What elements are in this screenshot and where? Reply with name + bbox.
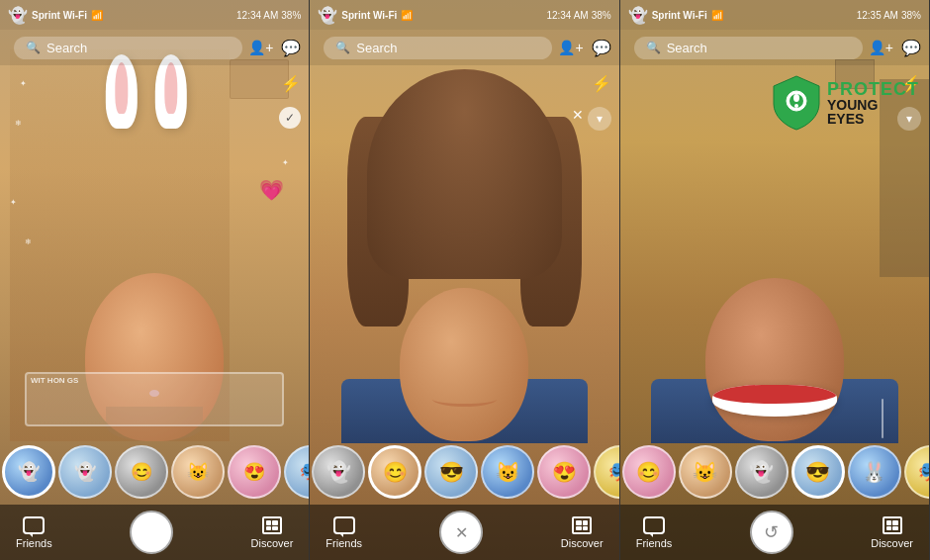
flash-icon-2[interactable]: ⚡ xyxy=(592,74,611,93)
filter-bubble-3-2[interactable]: 😺 xyxy=(679,445,732,499)
filter-bubble-2-3[interactable]: 😎 xyxy=(424,445,478,499)
bunny-ear-right xyxy=(155,54,187,129)
time-2: 12:34 AM xyxy=(546,10,588,21)
battery-3: 38% xyxy=(901,10,921,21)
filter-face-2-4: 😺 xyxy=(483,447,532,497)
filter-face-2-1: 👻 xyxy=(314,447,363,497)
filter-bubble-3-4[interactable]: 😎 xyxy=(791,445,845,499)
friends-label-2: Friends xyxy=(326,537,362,549)
gallery-nav-icon-1 xyxy=(260,515,284,535)
filter-face-1-6: 🎭 xyxy=(286,447,310,497)
heart-deco: 💗 xyxy=(259,178,284,202)
chat-svg-2 xyxy=(333,516,355,534)
search-icon-2: 🔍 xyxy=(335,41,350,54)
filter-bubble-3-6[interactable]: 🎭 xyxy=(904,445,930,499)
nav-discover-1[interactable]: Discover xyxy=(251,515,294,549)
wifi-3: 📶 xyxy=(711,10,723,21)
gallery-nav-icon-3 xyxy=(881,515,904,535)
flash-icon-1[interactable]: ⚡ xyxy=(281,74,301,93)
search-input-1[interactable]: 🔍 Search xyxy=(14,37,242,59)
filter-bubble-1-3[interactable]: 😊 xyxy=(115,445,168,499)
nav-camera-1[interactable] xyxy=(130,511,173,554)
gallery-nav-icon-2 xyxy=(570,515,594,535)
filter-bubble-1-4[interactable]: 😺 xyxy=(171,445,225,499)
filter-bubble-3-3[interactable]: 👻 xyxy=(735,445,789,499)
svg-point-3 xyxy=(794,104,798,108)
svg-point-2 xyxy=(793,94,799,102)
filter-bubble-3-5[interactable]: 🐰 xyxy=(848,445,901,499)
pye-protect-text: PROTECT xyxy=(827,80,919,98)
screen-3: PROTECT YOUNG EYES ▾ ⚡ 👻 Sprint Wi-Fi 📶 … xyxy=(620,0,930,560)
filter-face-3-3: 👻 xyxy=(737,447,787,497)
filter-bubble-2-1[interactable]: 👻 xyxy=(312,445,365,499)
status-bar-1: 👻 Sprint Wi-Fi 📶 12:34 AM 38% xyxy=(0,0,309,30)
particle-4: ✦ xyxy=(282,158,289,167)
filter-bubble-2-6[interactable]: 🎭 xyxy=(594,445,619,499)
filter-bubble-1-6[interactable]: 🎭 xyxy=(284,445,310,499)
chat-icon-3[interactable]: 💬 xyxy=(901,39,921,57)
nav-friends-3[interactable]: Friends xyxy=(636,515,673,549)
search-text-1: Search xyxy=(46,41,87,55)
person-area-2 xyxy=(326,59,604,441)
camera-btn-2[interactable]: ✕ xyxy=(439,511,483,554)
camera-btn-1[interactable] xyxy=(130,511,173,554)
sign-text: WIT HON GS xyxy=(31,376,78,385)
status-bar-2: 👻 Sprint Wi-Fi 📶 12:34 AM 38% xyxy=(310,0,618,30)
filter-face-2-3: 😎 xyxy=(426,447,476,497)
pye-young-text: YOUNG xyxy=(827,98,919,112)
filter-bubble-2-2[interactable]: 😊 xyxy=(368,445,421,499)
screen-2: ▾ ⚡ ✕ 👻 Sprint Wi-Fi 📶 12:34 AM 38% 🔍 Se… xyxy=(310,0,619,560)
search-bar-1: 🔍 Search 👤+ 💬 xyxy=(0,30,309,65)
ear-inner-right xyxy=(164,62,177,114)
ghost-avatar-2: 👻 xyxy=(318,6,337,25)
carrier-2: Sprint Wi-Fi xyxy=(341,10,397,21)
add-friend-icon-2[interactable]: 👤+ xyxy=(558,40,583,55)
time-1: 12:34 AM xyxy=(236,10,278,21)
discover-label-2: Discover xyxy=(561,537,604,549)
face-3 xyxy=(705,278,844,441)
x-icon-2[interactable]: ✕ xyxy=(572,107,584,123)
shield-svg xyxy=(772,74,821,132)
chat-icon-1[interactable]: 💬 xyxy=(281,39,301,57)
nav-discover-3[interactable]: Discover xyxy=(871,515,913,549)
hair-top-2 xyxy=(367,69,562,279)
filter-face-1-3: 😊 xyxy=(117,447,166,497)
search-input-3[interactable]: 🔍 Search xyxy=(634,37,863,59)
big-smile-3 xyxy=(712,385,837,417)
filter-face-1-4: 😺 xyxy=(173,447,223,497)
carrier-1: Sprint Wi-Fi xyxy=(32,10,87,21)
search-icon-3: 🔍 xyxy=(646,41,661,54)
filter-bubble-2-4[interactable]: 😺 xyxy=(481,445,534,499)
nav-friends-1[interactable]: Friends xyxy=(16,515,52,549)
filter-bubble-1-1[interactable]: 👻 xyxy=(2,445,55,499)
nav-camera-2[interactable]: ✕ xyxy=(439,511,483,554)
discover-label-3: Discover xyxy=(871,537,913,549)
filter-face-1-5: 😍 xyxy=(230,447,279,497)
gc-1 xyxy=(266,520,272,525)
camera-x-2: ✕ xyxy=(441,513,481,552)
nav-friends-2[interactable]: Friends xyxy=(326,515,362,549)
add-friend-icon-3[interactable]: 👤+ xyxy=(869,40,893,55)
camera-timer-3: ↺ xyxy=(752,513,791,552)
add-friend-icon-1[interactable]: 👤+ xyxy=(248,40,273,55)
filter-bubble-2-5[interactable]: 😍 xyxy=(537,445,591,499)
search-bar-2: 🔍 Search 👤+ 💬 xyxy=(310,30,618,65)
search-input-2[interactable]: 🔍 Search xyxy=(324,37,552,59)
filter-bubble-1-2[interactable]: 👻 xyxy=(58,445,112,499)
gc-4 xyxy=(272,526,278,531)
filter-face-3-6: 🎭 xyxy=(906,447,930,497)
bunny-ear-left xyxy=(106,54,138,129)
gallery-svg-1 xyxy=(262,516,282,534)
chat-icon-2[interactable]: 💬 xyxy=(592,39,611,57)
dropdown-btn-2[interactable]: ▾ xyxy=(588,107,611,131)
filter-bubble-3-1[interactable]: 😊 xyxy=(622,445,676,499)
friends-label-3: Friends xyxy=(636,537,673,549)
status-right-1: 12:34 AM 38% xyxy=(236,10,301,21)
filter-bubble-1-5[interactable]: 😍 xyxy=(228,445,281,499)
filter-face-3-4: 😎 xyxy=(794,448,842,496)
nav-camera-3[interactable]: ↺ xyxy=(750,511,793,554)
camera-btn-3[interactable]: ↺ xyxy=(750,511,793,554)
nav-discover-2[interactable]: Discover xyxy=(561,515,604,549)
filter-face-2-6: 🎭 xyxy=(596,447,619,497)
gc2-4 xyxy=(583,526,589,531)
